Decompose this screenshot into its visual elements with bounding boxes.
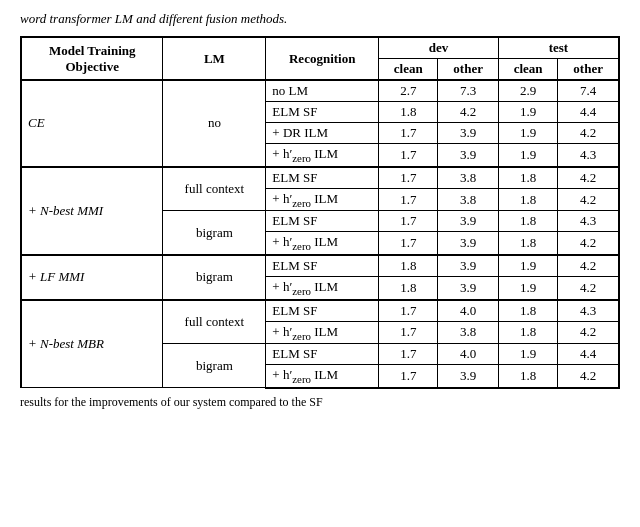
table-cell: 4.3 — [558, 211, 619, 232]
table-cell: 3.9 — [438, 255, 498, 277]
table-row: + LF MMIbigramELM SF1.83.91.94.2 — [21, 255, 619, 277]
table-cell: 1.7 — [379, 300, 438, 322]
table-cell: + LF MMI — [21, 255, 163, 300]
table-row: CEnono LM2.77.32.97.4 — [21, 80, 619, 102]
table-cell: 4.2 — [558, 123, 619, 144]
table-cell: 3.9 — [438, 276, 498, 299]
table-cell: 4.2 — [558, 255, 619, 277]
table-cell: + h′zero ILM — [266, 365, 379, 388]
table-cell: 1.7 — [379, 123, 438, 144]
table-cell: 3.9 — [438, 123, 498, 144]
table-cell: 1.8 — [498, 211, 557, 232]
table-cell: 3.9 — [438, 211, 498, 232]
table-cell: 4.0 — [438, 300, 498, 322]
table-cell: 7.3 — [438, 80, 498, 102]
table-cell: 1.7 — [379, 188, 438, 211]
table-cell: + DR ILM — [266, 123, 379, 144]
table-cell: 1.7 — [379, 344, 438, 365]
table-cell: ELM SF — [266, 102, 379, 123]
table-cell: 1.8 — [379, 102, 438, 123]
table-row: + N-best MMIfull contextELM SF1.73.81.84… — [21, 167, 619, 189]
table-row: + N-best MBRfull contextELM SF1.74.01.84… — [21, 300, 619, 322]
table-cell: bigram — [163, 255, 266, 300]
header-test-clean: clean — [498, 59, 557, 81]
table-cell: 7.4 — [558, 80, 619, 102]
table-cell: ELM SF — [266, 211, 379, 232]
table-cell: 4.2 — [558, 365, 619, 388]
table-cell: + N-best MMI — [21, 167, 163, 255]
table-cell: 1.9 — [498, 102, 557, 123]
table-cell: 4.2 — [558, 321, 619, 344]
table-cell: 3.8 — [438, 188, 498, 211]
table-cell: 1.7 — [379, 365, 438, 388]
table-cell: full context — [163, 167, 266, 211]
table-cell: 1.8 — [498, 232, 557, 255]
table-cell: 1.9 — [498, 144, 557, 167]
table-cell: 1.8 — [498, 167, 557, 189]
table-cell: 1.8 — [498, 365, 557, 388]
header-recognition: Recognition — [266, 37, 379, 80]
table-cell: 4.3 — [558, 300, 619, 322]
header-test-other: other — [558, 59, 619, 81]
table-cell: 1.8 — [498, 321, 557, 344]
header-test: test — [498, 37, 619, 59]
table-cell: 4.2 — [558, 232, 619, 255]
table-cell: 1.9 — [498, 123, 557, 144]
table-cell: 4.2 — [438, 102, 498, 123]
table-cell: + h′zero ILM — [266, 188, 379, 211]
table-cell: 1.9 — [498, 255, 557, 277]
table-cell: CE — [21, 80, 163, 167]
table-cell: 4.2 — [558, 276, 619, 299]
table-cell: 1.8 — [379, 255, 438, 277]
table-cell: + h′zero ILM — [266, 232, 379, 255]
table-cell: 4.4 — [558, 344, 619, 365]
table-cell: 3.9 — [438, 232, 498, 255]
table-cell: no LM — [266, 80, 379, 102]
table-cell: 1.7 — [379, 167, 438, 189]
table-cell: 1.7 — [379, 321, 438, 344]
table-cell: full context — [163, 300, 266, 344]
table-cell: ELM SF — [266, 344, 379, 365]
table-cell: 3.8 — [438, 321, 498, 344]
table-cell: bigram — [163, 211, 266, 255]
table-cell: 4.3 — [558, 144, 619, 167]
table-cell: 3.9 — [438, 365, 498, 388]
table-cell: 1.8 — [498, 300, 557, 322]
table-cell: bigram — [163, 344, 266, 388]
table-cell: + h′zero ILM — [266, 276, 379, 299]
table-cell: 1.7 — [379, 211, 438, 232]
table-cell: + h′zero ILM — [266, 321, 379, 344]
table-cell: + h′zero ILM — [266, 144, 379, 167]
header-objective: Model Training Objective — [21, 37, 163, 80]
caption: word transformer LM and different fusion… — [20, 10, 620, 28]
header-dev-clean: clean — [379, 59, 438, 81]
table-cell: ELM SF — [266, 167, 379, 189]
table-cell: 1.8 — [379, 276, 438, 299]
table-cell: 1.7 — [379, 144, 438, 167]
table-cell: 4.2 — [558, 188, 619, 211]
table-cell: no — [163, 80, 266, 167]
table-cell: 4.0 — [438, 344, 498, 365]
results-table: Model Training Objective LM Recognition … — [20, 36, 620, 389]
table-cell: 2.9 — [498, 80, 557, 102]
table-cell: ELM SF — [266, 300, 379, 322]
table-cell: 3.9 — [438, 144, 498, 167]
table-cell: 2.7 — [379, 80, 438, 102]
table-cell: 1.9 — [498, 344, 557, 365]
table-cell: 4.2 — [558, 167, 619, 189]
footnote: results for the improvements of our syst… — [20, 395, 620, 410]
table-cell: + N-best MBR — [21, 300, 163, 388]
table-cell: 3.8 — [438, 167, 498, 189]
table-cell: 1.9 — [498, 276, 557, 299]
table-cell: 4.4 — [558, 102, 619, 123]
header-lm: LM — [163, 37, 266, 80]
table-cell: 1.8 — [498, 188, 557, 211]
header-dev-other: other — [438, 59, 498, 81]
table-cell: ELM SF — [266, 255, 379, 277]
header-dev: dev — [379, 37, 499, 59]
table-cell: 1.7 — [379, 232, 438, 255]
